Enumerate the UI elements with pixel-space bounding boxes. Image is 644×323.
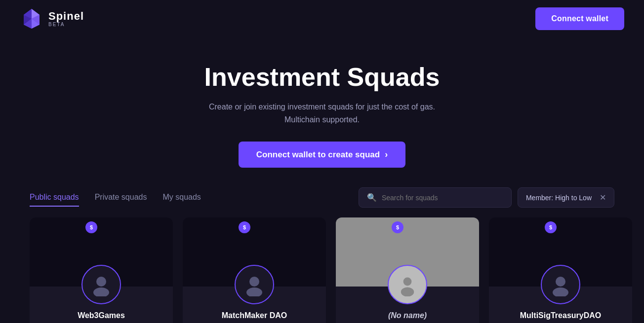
- tabs: Public squads Private squads My squads: [30, 189, 217, 207]
- spinel-logo-icon: [20, 7, 43, 31]
- header: Spinel BETA Connect wallet: [0, 0, 644, 37]
- squad-card-web3games[interactable]: $ Web3Games Squad founder 0x58d8...7c17e…: [30, 217, 173, 323]
- hero-subtitle-line2: Multichain supported.: [284, 115, 360, 124]
- person-avatar-icon: [396, 273, 419, 296]
- logo-beta: BETA: [48, 22, 84, 27]
- chain-badge: $: [85, 221, 97, 233]
- logo-area: Spinel BETA: [20, 7, 84, 31]
- chain-badge: $: [545, 221, 557, 233]
- connect-wallet-button[interactable]: Connect wallet: [535, 7, 624, 30]
- avatar: [81, 265, 121, 304]
- squad-card-matchmaker-dao[interactable]: $ MatchMaker DAO Squad founder 0x58d8...…: [183, 217, 326, 323]
- hero-cta-button[interactable]: Connect wallet to create squad ›: [239, 142, 405, 168]
- tabs-filter-row: Public squads Private squads My squads 🔍…: [30, 187, 614, 208]
- avatar: [388, 265, 427, 304]
- card-name: Web3Games: [40, 311, 163, 320]
- filter-right: 🔍 Member: High to Low ✕: [359, 187, 614, 208]
- hero-section: Investment Squads Create or join existin…: [0, 37, 644, 187]
- svg-point-10: [246, 287, 262, 296]
- tab-my-squads[interactable]: My squads: [162, 189, 201, 207]
- card-name: (No name): [346, 311, 469, 320]
- tab-private-squads[interactable]: Private squads: [95, 189, 147, 207]
- search-icon: 🔍: [367, 193, 377, 202]
- svg-point-8: [93, 287, 109, 296]
- search-input[interactable]: [382, 194, 503, 202]
- svg-point-14: [556, 277, 565, 287]
- svg-point-7: [96, 277, 106, 287]
- svg-point-12: [403, 278, 412, 286]
- chain-badge: $: [239, 221, 250, 233]
- chevron-right-icon: ›: [385, 149, 388, 160]
- hero-cta-label: Connect wallet to create squad: [256, 150, 380, 160]
- svg-point-13: [401, 287, 414, 297]
- avatar: [235, 265, 274, 304]
- logo-name: Spinel: [48, 11, 84, 22]
- svg-point-9: [249, 277, 259, 287]
- hero-subtitle: Create or join existing investment squad…: [10, 101, 634, 126]
- avatar: [541, 265, 580, 304]
- card-name: MultiSigTreasuryDAO: [499, 311, 622, 320]
- avatar-wrap: [541, 265, 580, 304]
- card-name: MatchMaker DAO: [193, 311, 316, 320]
- card-banner: $: [489, 217, 632, 287]
- cards-row: $ Web3Games Squad founder 0x58d8...7c17e…: [30, 217, 614, 323]
- squad-card-multisig-treasury[interactable]: $ MultiSigTreasuryDAO Squad founder 0x72…: [489, 217, 632, 323]
- default-avatar-icon: [549, 273, 572, 296]
- sort-filter-label: Member: High to Low: [526, 194, 592, 202]
- card-banner: $: [183, 217, 326, 287]
- chain-badge: $: [392, 221, 403, 233]
- hero-subtitle-line1: Create or join existing investment squad…: [209, 103, 435, 111]
- card-banner: $: [30, 217, 173, 287]
- tab-public-squads[interactable]: Public squads: [30, 189, 79, 207]
- sort-filter[interactable]: Member: High to Low ✕: [518, 187, 614, 208]
- squad-card-noname[interactable]: $ (No name) Squad founder 0x7241...5b: [336, 217, 479, 323]
- svg-point-15: [553, 287, 568, 296]
- avatar-wrap: [388, 265, 427, 304]
- squads-section: Public squads Private squads My squads 🔍…: [0, 187, 644, 323]
- default-avatar-icon: [89, 273, 113, 296]
- close-icon[interactable]: ✕: [600, 193, 606, 202]
- hero-title: Investment Squads: [10, 62, 634, 92]
- avatar-wrap: [235, 265, 274, 304]
- avatar-wrap: [81, 265, 121, 304]
- default-avatar-icon: [242, 273, 266, 296]
- card-banner: $: [336, 217, 479, 287]
- search-box: 🔍: [359, 187, 512, 208]
- logo-text: Spinel BETA: [48, 11, 84, 27]
